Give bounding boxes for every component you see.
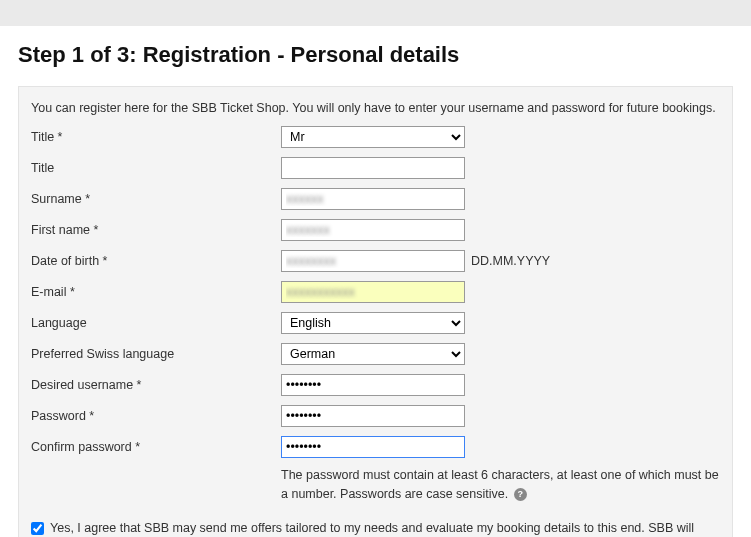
consent-text: Yes, I agree that SBB may send me offers… (50, 520, 720, 538)
row-password: Password * (31, 404, 720, 428)
page-title: Step 1 of 3: Registration - Personal det… (18, 42, 733, 68)
top-bar (0, 0, 751, 26)
row-surname: Surname * (31, 187, 720, 211)
info-icon[interactable]: ? (514, 488, 527, 501)
row-title-required: Title * Mr (31, 125, 720, 149)
page-content: Step 1 of 3: Registration - Personal det… (0, 26, 751, 537)
email-input[interactable] (281, 281, 465, 303)
username-input[interactable] (281, 374, 465, 396)
label-title-optional: Title (31, 161, 281, 175)
row-email: E-mail * (31, 280, 720, 304)
confirm-password-input[interactable] (281, 436, 465, 458)
surname-input[interactable] (281, 188, 465, 210)
form-panel: You can register here for the SBB Ticket… (18, 86, 733, 537)
title-select[interactable]: Mr (281, 126, 465, 148)
label-language: Language (31, 316, 281, 330)
label-password: Password * (31, 409, 281, 423)
intro-text: You can register here for the SBB Ticket… (31, 101, 720, 115)
label-surname: Surname * (31, 192, 281, 206)
row-first-name: First name * (31, 218, 720, 242)
password-help-row: The password must contain at least 6 cha… (31, 466, 720, 504)
row-confirm-password: Confirm password * (31, 435, 720, 459)
label-title-required: Title * (31, 130, 281, 144)
label-first-name: First name * (31, 223, 281, 237)
row-title-optional: Title (31, 156, 720, 180)
row-pref-swiss: Preferred Swiss language German (31, 342, 720, 366)
row-username: Desired username * (31, 373, 720, 397)
consent-row: Yes, I agree that SBB may send me offers… (31, 520, 720, 538)
label-email: E-mail * (31, 285, 281, 299)
language-select[interactable]: English (281, 312, 465, 334)
row-dob: Date of birth * DD.MM.YYYY (31, 249, 720, 273)
dob-format-hint: DD.MM.YYYY (471, 254, 550, 268)
label-dob: Date of birth * (31, 254, 281, 268)
row-language: Language English (31, 311, 720, 335)
label-confirm-password: Confirm password * (31, 440, 281, 454)
dob-input[interactable] (281, 250, 465, 272)
password-help-text: The password must contain at least 6 cha… (281, 466, 720, 504)
title-input[interactable] (281, 157, 465, 179)
password-input[interactable] (281, 405, 465, 427)
pref-swiss-select[interactable]: German (281, 343, 465, 365)
label-username: Desired username * (31, 378, 281, 392)
consent-checkbox[interactable] (31, 522, 44, 535)
label-pref-swiss: Preferred Swiss language (31, 347, 281, 361)
first-name-input[interactable] (281, 219, 465, 241)
